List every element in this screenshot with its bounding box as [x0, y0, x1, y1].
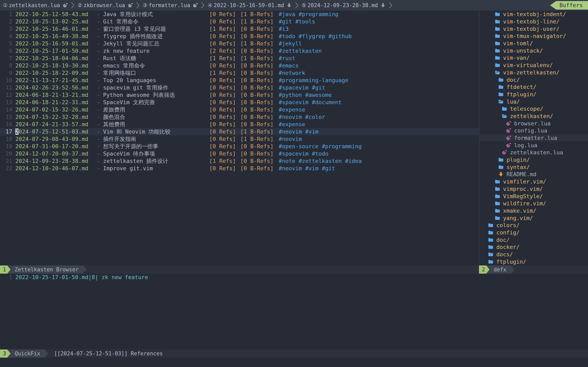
note-row[interactable]: 42022-10-25-16-49-38.md-flygrep 插件性能改进[0… — [0, 33, 479, 40]
tree-item-vim-zettelkasten[interactable]: vim-zettelkasten/ — [479, 69, 588, 76]
tab-filename: formatter.lua — [149, 2, 190, 8]
tree-item-zettelkasten[interactable]: zettelkasten/ — [479, 113, 588, 120]
note-row[interactable]: 62022-10-25-17-01-50.md-zk new feature[2… — [0, 47, 479, 55]
window-title-label: QuickFix — [7, 350, 48, 358]
tree-item-name: ftplugin/ — [507, 91, 536, 98]
tree-item-vim-textobj-line[interactable]: vim-textobj-line/ — [479, 18, 588, 25]
note-row[interactable]: 22022-10-25-13-02-25.md-Git 常用命令[0 Refs]… — [0, 18, 479, 25]
tree-item-vim-textobj-user[interactable]: vim-textobj-user/ — [479, 25, 588, 33]
tree-item-name: telescope/ — [510, 106, 543, 112]
note-row[interactable]: 132024-06-18-21-22-31.md-SpaceVim 文档完善[0… — [0, 99, 479, 106]
tree-item-doc[interactable]: doc/ — [479, 236, 588, 243]
quickfix-row[interactable]: 12022-10-25-17-01-50.md|8| zk new featur… — [0, 274, 588, 281]
tree-item-syntax[interactable]: syntax/ — [479, 163, 588, 171]
tree-item-lua[interactable]: lua/ — [479, 98, 588, 105]
tree-item-vimfiler.vim[interactable]: vimfiler.vim/ — [479, 178, 588, 185]
tree-item-name: plugin/ — [507, 157, 530, 163]
note-row[interactable]: 222024-12-10-20-46-07.md-Improve git.vim… — [0, 165, 479, 172]
tree-item-ftplugin[interactable]: ftplugin/ — [479, 91, 588, 98]
back-refs-count: [0 B-Refs] — [240, 99, 279, 106]
back-refs-count: [0 B-Refs] — [240, 143, 279, 150]
tree-item-VimRegStyle[interactable]: VimRegStyle/ — [479, 192, 588, 200]
note-row[interactable]: 202024-12-07-20-09-37.md-SpaceVim 待办事项[0… — [0, 150, 479, 157]
tree-item-yang.vim[interactable]: yang.vim/ — [479, 214, 588, 222]
tree-item-log.lua[interactable]: log.lua — [479, 142, 588, 149]
tree-item-config[interactable]: config/ — [479, 229, 588, 236]
note-row[interactable]: 152024-07-15-22-32-28.md-颜色混合[0 Refs][0 … — [0, 113, 479, 121]
back-refs-count: [0 B-Refs] — [240, 25, 279, 33]
tree-item-vim-virtualenv[interactable]: vim-virtualenv/ — [479, 62, 588, 69]
refs-count: [0 Refs] — [209, 150, 240, 157]
statusbar-defx: 2 defx — [479, 266, 588, 274]
cursor-block: 2 — [15, 128, 18, 135]
line-number: 12 — [0, 91, 12, 99]
tab-number: ② — [78, 2, 82, 8]
note-row[interactable]: 52022-10-25-16-59-01.md-Jekyll 常见问题汇总[0 … — [0, 40, 479, 47]
tree-item-wildfire.vim[interactable]: wildfire.vim/ — [479, 200, 588, 207]
separator-dash: - — [94, 33, 103, 40]
chevron-right-icon — [201, 2, 204, 9]
tab-2024-12-09-23-28-38.md[interactable]: ⑤2024-12-09-23-28-38.md — [302, 0, 386, 11]
tree-item-name: config.lua — [514, 127, 547, 134]
tree-item-browser.lua[interactable]: browser.lua — [479, 120, 588, 127]
note-row[interactable]: 102022-11-13-17-21-45.md-Top 20 language… — [0, 77, 479, 84]
note-filename: 2024-07-24-21-33-57.md — [15, 121, 94, 128]
tree-item-zettelkasten.lua[interactable]: zettelkasten.lua — [479, 149, 588, 156]
note-row[interactable]: 122024-06-18-21-13-21.md-Python awesome … — [0, 91, 479, 99]
back-refs-count: [0 B-Refs] — [240, 150, 279, 157]
chevron-right-icon — [71, 2, 74, 9]
tree-item-vim-toml[interactable]: vim-toml/ — [479, 40, 588, 47]
tree-item-colors[interactable]: colors/ — [479, 222, 588, 229]
back-refs-count: [0 B-Refs] — [240, 33, 279, 40]
tree-item-formatter.lua[interactable]: formatter.lua — [479, 134, 588, 142]
tree-item-doc[interactable]: doc/ — [479, 76, 588, 83]
tab-zettelkasten.lua[interactable]: ①zettelkasten.lua — [3, 0, 68, 11]
note-row[interactable]: 142024-07-02-15-32-26.md-差旅费用[0 Refs][0 … — [0, 106, 479, 113]
note-row[interactable]: 192024-07-31-00-17-20.md-想写关于开源的一些事[0 Re… — [0, 143, 479, 150]
markdown-file-icon — [498, 171, 504, 177]
note-filename: 2022-10-25-18-22-09.md — [15, 69, 94, 77]
tree-item-plugin[interactable]: plugin/ — [479, 156, 588, 164]
tree-item-name: vim-virtualenv/ — [503, 62, 553, 68]
separator-dash: - — [94, 25, 103, 33]
refs-count: [2 Refs] — [209, 47, 240, 55]
note-row[interactable]: 32022-10-25-16-46-01.md-窗口管理器 i3 常见问题[1 … — [0, 25, 479, 33]
tree-item-config.lua[interactable]: config.lua — [479, 127, 588, 134]
tree-item-ftplugin[interactable]: ftplugin/ — [479, 258, 588, 265]
note-row[interactable]: 12022-10-25-12-58-43.md-Java 常用设计模式[0 Re… — [0, 11, 479, 18]
chevron-right-icon — [295, 2, 298, 9]
tree-item-README.md[interactable]: README.md — [479, 171, 588, 178]
tree-item-xmake.vim[interactable]: xmake.vim/ — [479, 207, 588, 215]
tab-zkbrowser.lua[interactable]: ②zkbrowser.lua — [78, 0, 133, 11]
note-row[interactable]: 112024-02-26-23-52-56.md-spacevim git 常用… — [0, 84, 479, 91]
tree-item-vimproc.vim[interactable]: vimproc.vim/ — [479, 185, 588, 193]
tree-item-vim-textobj-indent[interactable]: vim-textobj-indent/ — [479, 11, 588, 18]
command-line[interactable] — [0, 358, 588, 367]
tree-item-docs[interactable]: docs/ — [479, 251, 588, 258]
note-row[interactable]: 92022-10-25-18-22-09.md-常用网络端口[1 Refs][0… — [0, 69, 479, 77]
folder-closed-icon — [488, 244, 493, 250]
note-row[interactable]: 82022-10-25-18-19-30.md-emacs 常用命令[0 Ref… — [0, 62, 479, 69]
tab-formatter.lua[interactable]: ③formatter.lua — [143, 0, 198, 11]
note-row[interactable]: 212024-12-09-23-28-38.md-zettelkasten 插件… — [0, 157, 479, 165]
line-number: 10 — [0, 77, 12, 84]
note-tags: #expense — [279, 121, 305, 128]
tab-number: ④ — [208, 2, 212, 8]
tree-item-vim-tmux-navigator[interactable]: vim-tmux-navigator/ — [479, 33, 588, 40]
tree-item-vim-van[interactable]: vim-van/ — [479, 54, 588, 62]
back-refs-count: [0 B-Refs] — [240, 165, 279, 172]
tree-item-telescope[interactable]: telescope/ — [479, 105, 588, 113]
tree-item-name: config/ — [496, 229, 520, 236]
back-refs-count: [0 B-Refs] — [240, 157, 279, 165]
note-row[interactable]: 182024-07-29-08-43-09.md-插件开发指南[0 Refs][… — [0, 135, 479, 143]
tree-item-name: lua/ — [507, 99, 520, 105]
note-row[interactable]: 162024-07-24-21-33-57.md-其他费用[0 Refs][0 … — [0, 121, 479, 128]
note-filename: 2022-10-25-18-04-06.md — [15, 55, 94, 62]
note-row[interactable]: 72022-10-25-18-04-06.md-Rust 语法糖[1 Refs]… — [0, 55, 479, 62]
tree-item-docker[interactable]: docker/ — [479, 243, 588, 251]
tree-item-name: wildfire.vim/ — [503, 200, 546, 207]
tab-2022-10-25-16-59-01.md[interactable]: ④2022-10-25-16-59-01.md — [208, 0, 292, 11]
tree-item-vim-unstack[interactable]: vim-unstack/ — [479, 47, 588, 54]
tree-item-ftdetect[interactable]: ftdetect/ — [479, 83, 588, 91]
note-row[interactable]: 172024-07-25-12-51-03.md-Vim 和 Neovim 功能… — [0, 128, 479, 135]
